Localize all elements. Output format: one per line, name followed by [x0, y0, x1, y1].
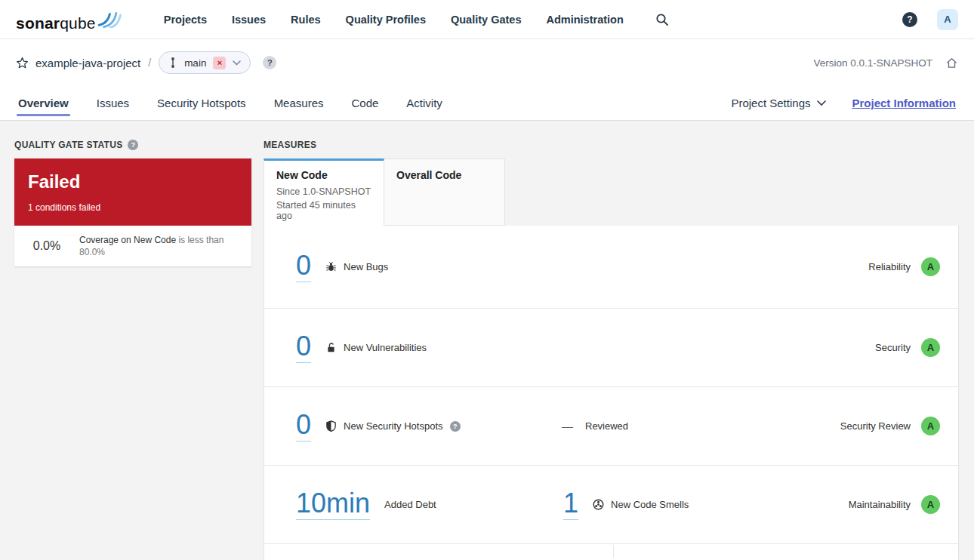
project-name-link[interactable]: example-java-project [35, 57, 140, 69]
logo-swoosh-icon [97, 7, 122, 28]
condition-value: 0.0% [14, 239, 79, 253]
branch-icon [168, 57, 177, 69]
tab-activity[interactable]: Activity [406, 86, 442, 120]
chevron-down-icon[interactable] [233, 60, 241, 66]
home-icon[interactable] [945, 57, 958, 69]
measure-row-reliability: 0 [264, 226, 958, 309]
new-vulnerabilities-count-link[interactable]: 0 [296, 333, 311, 363]
nav-item-quality-profiles[interactable]: Quality Profiles [346, 14, 426, 26]
project-information-link[interactable]: Project Information [852, 97, 956, 109]
new-bugs-count-link[interactable]: 0 [296, 252, 311, 282]
measure-row-security-review: 0 New Security Hotspots ? — Reviewed [264, 387, 958, 466]
new-code-started: Started 45 minutes ago [276, 200, 371, 221]
sonarqube-logo[interactable]: sonarqube [16, 7, 122, 32]
added-debt-label: Added Debt [384, 499, 436, 510]
branch-selector[interactable]: main × [159, 51, 251, 74]
new-vulnerabilities-label: New Vulnerabilities [344, 342, 427, 353]
maintainability-label: Maintainability [849, 499, 911, 510]
logo-text: sonarqube [16, 14, 96, 32]
favorite-star-icon[interactable] [16, 57, 29, 69]
project-tabs: Overview Issues Security Hotspots Measur… [18, 86, 442, 120]
measures-title: MEASURES [264, 140, 959, 149]
reliability-rating-badge: A [921, 257, 940, 276]
help-icon[interactable]: ? [902, 12, 917, 27]
search-icon[interactable] [655, 13, 669, 26]
top-nav: sonarqube Projects Issues Rules Quality … [0, 0, 974, 39]
breadcrumb-separator: / [148, 57, 151, 69]
reviewed-rating-placeholder: — [562, 420, 573, 432]
nav-item-administration[interactable]: Administration [546, 14, 623, 26]
breadcrumb: example-java-project / main × ? Version … [0, 39, 974, 86]
new-security-hotspots-label: New Security Hotspots [344, 420, 443, 432]
measure-row-security: 0 New Vulnerabilities Security A [264, 309, 958, 387]
condition-metric: Coverage on New Code [79, 235, 176, 245]
quality-gate-title-text: QUALITY GATE STATUS [14, 140, 122, 150]
nav-item-quality-gates[interactable]: Quality Gates [451, 14, 521, 26]
measures-panel: 0 [264, 226, 959, 560]
new-security-hotspots-count-link[interactable]: 0 [296, 411, 311, 442]
avatar[interactable]: A [937, 9, 958, 30]
quality-gate-status-banner: Failed 1 conditions failed [14, 158, 251, 226]
tab-new-code[interactable]: New Code Since 1.0-SNAPSHOT Started 45 m… [264, 158, 384, 226]
project-settings-menu[interactable]: Project Settings [731, 97, 826, 109]
chevron-down-icon [817, 100, 826, 106]
tab-overall-code[interactable]: Overall Code [384, 158, 505, 226]
project-tab-bar: Overview Issues Security Hotspots Measur… [0, 86, 974, 121]
quality-gate-status: Failed [28, 171, 238, 192]
lock-icon [325, 342, 337, 353]
condition-text: Coverage on New Code is less than 80.0% [79, 234, 241, 258]
tab-bar-right: Project Settings Project Information [731, 97, 956, 109]
reliability-label: Reliability [868, 261, 911, 272]
cell-divider [613, 545, 614, 558]
reviewed-label: Reviewed [585, 420, 628, 432]
quality-gate-section: QUALITY GATE STATUS ? Failed 1 condition… [14, 121, 251, 560]
measures-section: MEASURES New Code Since 1.0-SNAPSHOT Sta… [264, 121, 959, 560]
measures-title-text: MEASURES [264, 140, 316, 150]
overall-code-tab-label: Overall Code [396, 169, 492, 181]
measures-tabs: New Code Since 1.0-SNAPSHOT Started 45 m… [264, 158, 959, 226]
quality-gate-condition-row[interactable]: 0.0% Coverage on New Code is less than 8… [14, 226, 251, 266]
new-bugs-label: New Bugs [344, 261, 388, 272]
project-settings-label: Project Settings [731, 97, 810, 109]
overview-content: QUALITY GATE STATUS ? Failed 1 condition… [0, 121, 974, 560]
nav-item-projects[interactable]: Projects [164, 14, 207, 26]
breadcrumb-right: Version 0.0.1-SNAPSHOT [813, 57, 958, 69]
maintainability-rating-badge: A [921, 495, 940, 514]
security-review-label: Security Review [840, 420, 911, 432]
branch-clear-icon[interactable]: × [213, 57, 226, 69]
version-label: Version 0.0.1-SNAPSHOT [813, 57, 932, 69]
code-smell-icon [593, 499, 604, 510]
tab-measures[interactable]: Measures [274, 86, 324, 120]
security-review-rating-badge: A [921, 417, 940, 435]
tab-issues[interactable]: Issues [97, 86, 129, 120]
main-nav: Projects Issues Rules Quality Profiles Q… [164, 14, 624, 26]
nav-item-rules[interactable]: Rules [291, 14, 321, 26]
nav-right: ? A [902, 9, 958, 30]
quality-gate-title: QUALITY GATE STATUS ? [14, 140, 251, 149]
shield-icon [325, 420, 337, 432]
branch-help-icon[interactable]: ? [263, 56, 276, 69]
quality-gate-help-icon[interactable]: ? [128, 140, 138, 150]
measure-row-maintainability: 10min Added Debt 1 [264, 466, 958, 544]
quality-gate-conditions-summary: 1 conditions failed [28, 202, 238, 213]
new-code-since: Since 1.0-SNAPSHOT [276, 186, 371, 197]
security-label: Security [875, 342, 911, 353]
new-code-smells-count-link[interactable]: 1 [563, 490, 578, 520]
added-debt-link[interactable]: 10min [296, 490, 370, 520]
new-code-smells-label: New Code Smells [611, 499, 689, 510]
branch-name: main [184, 57, 206, 69]
tab-code[interactable]: Code [351, 86, 378, 120]
bug-icon [325, 261, 337, 272]
measure-row-coverage-partial [264, 544, 958, 558]
nav-item-issues[interactable]: Issues [232, 14, 266, 26]
tab-overview[interactable]: Overview [18, 86, 69, 120]
security-hotspots-help-icon[interactable]: ? [450, 421, 461, 432]
new-code-tab-label: New Code [276, 169, 371, 181]
quality-gate-card: Failed 1 conditions failed 0.0% Coverage… [14, 158, 251, 266]
tab-security-hotspots[interactable]: Security Hotspots [157, 86, 246, 120]
security-rating-badge: A [921, 338, 940, 357]
